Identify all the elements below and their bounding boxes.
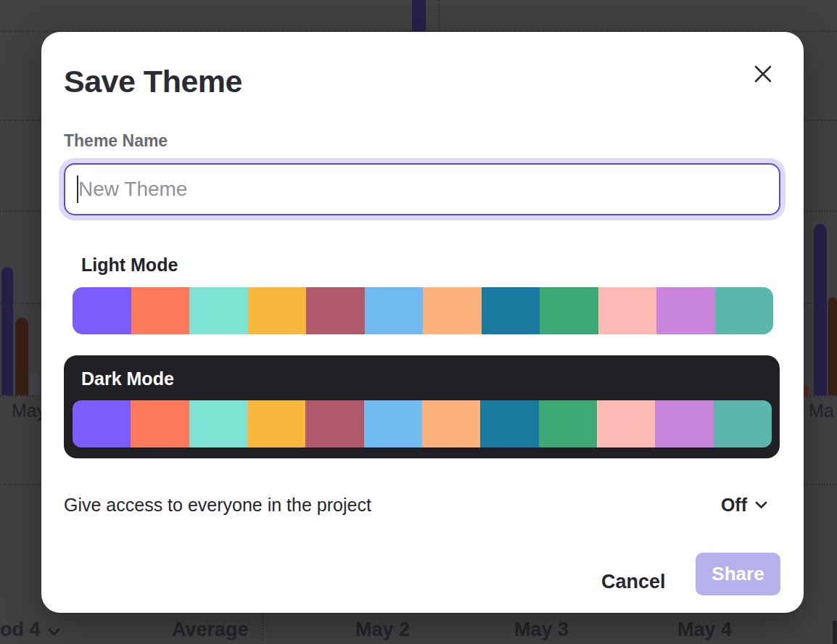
gridline-vertical bbox=[262, 613, 263, 644]
palette-swatch bbox=[189, 287, 248, 334]
palette-swatch bbox=[306, 287, 365, 334]
close-button[interactable] bbox=[749, 59, 778, 88]
chart-bar-navy bbox=[814, 224, 827, 395]
chart-bar-red bbox=[804, 387, 808, 395]
access-dropdown[interactable]: Off bbox=[721, 495, 767, 516]
bottom-label-may2: May 2 bbox=[355, 619, 410, 641]
palette-swatch bbox=[482, 287, 540, 334]
dialog-title: Save Theme bbox=[64, 64, 242, 99]
palette-swatch bbox=[714, 400, 772, 447]
palette-swatch bbox=[73, 287, 131, 334]
palette-swatch bbox=[305, 400, 363, 447]
chart-bar-brown bbox=[15, 318, 28, 395]
access-dropdown-value: Off bbox=[721, 495, 747, 516]
bottom-label-may3: May 3 bbox=[514, 619, 569, 641]
dark-mode-card: Dark Mode bbox=[64, 355, 780, 458]
chart-bar-clipped bbox=[833, 621, 837, 644]
chart-bar-navy bbox=[412, 0, 426, 31]
palette-swatch bbox=[422, 400, 480, 447]
bottom-label-may4: May 4 bbox=[677, 619, 732, 641]
access-row: Give access to everyone in the project O… bbox=[64, 490, 767, 519]
share-button[interactable]: Share bbox=[696, 553, 780, 595]
bottom-label-average: Average bbox=[172, 619, 249, 641]
light-mode-label: Light Mode bbox=[81, 255, 178, 276]
palette-swatch bbox=[189, 400, 247, 447]
palette-swatch bbox=[598, 287, 657, 334]
palette-swatch bbox=[73, 400, 131, 447]
period-dropdown: od 4 bbox=[0, 619, 60, 641]
light-mode-palette bbox=[73, 287, 773, 334]
palette-swatch bbox=[655, 400, 713, 447]
palette-swatch bbox=[248, 287, 307, 334]
palette-swatch bbox=[131, 400, 189, 447]
chart-bar-brown bbox=[828, 297, 837, 395]
dark-mode-palette bbox=[73, 400, 772, 447]
dark-mode-label: Dark Mode bbox=[81, 368, 174, 389]
palette-swatch bbox=[365, 287, 424, 334]
palette-swatch bbox=[131, 287, 190, 334]
palette-swatch bbox=[247, 400, 305, 447]
x-axis-label-right: Ma bbox=[809, 400, 834, 421]
theme-name-label: Theme Name bbox=[64, 131, 168, 151]
palette-swatch bbox=[540, 287, 598, 334]
access-label: Give access to everyone in the project bbox=[64, 495, 371, 516]
save-theme-dialog: Save Theme Theme Name Light Mode Dark Mo… bbox=[41, 32, 804, 613]
period-dropdown-label: od 4 bbox=[0, 619, 41, 640]
palette-swatch bbox=[715, 287, 774, 334]
palette-swatch bbox=[480, 400, 538, 447]
close-icon bbox=[754, 65, 772, 83]
palette-swatch bbox=[539, 400, 597, 447]
gridline-vertical bbox=[438, 0, 440, 31]
palette-swatch bbox=[597, 400, 655, 447]
chart-bar-navy bbox=[1, 267, 13, 395]
chevron-down-icon bbox=[48, 619, 60, 641]
text-cursor bbox=[77, 176, 78, 203]
chart-bar-gray bbox=[30, 372, 41, 395]
cancel-button[interactable]: Cancel bbox=[595, 560, 672, 603]
palette-swatch bbox=[656, 287, 715, 334]
palette-swatch bbox=[423, 287, 482, 334]
theme-name-input[interactable] bbox=[64, 163, 780, 215]
chevron-down-icon bbox=[755, 501, 767, 509]
palette-swatch bbox=[364, 400, 422, 447]
